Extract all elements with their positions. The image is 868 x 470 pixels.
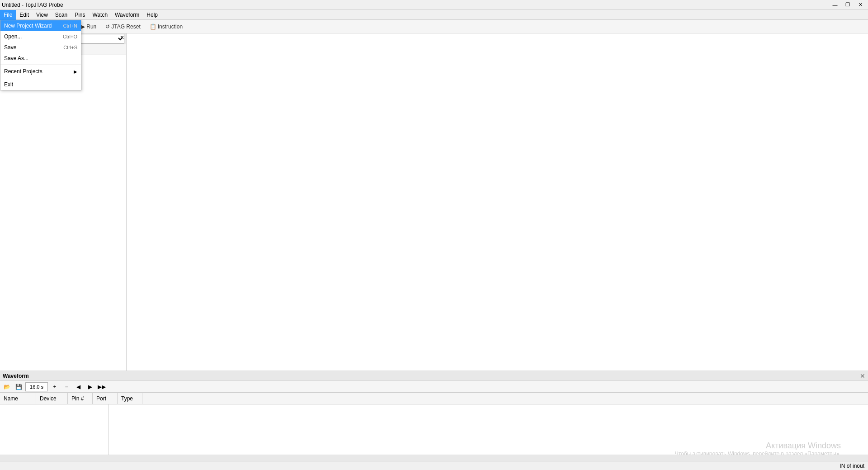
menu-separator-2 bbox=[0, 78, 81, 78]
menu-help[interactable]: Help bbox=[143, 10, 161, 20]
instruction-label: Instruction bbox=[158, 24, 183, 30]
instruction-button[interactable]: 📋 Instruction bbox=[146, 21, 186, 32]
wave-col-type: Type bbox=[118, 393, 142, 404]
title-bar: Untitled - TopJTAG Probe — ❐ ✕ bbox=[0, 0, 868, 10]
run-label: Run bbox=[86, 24, 96, 30]
title-controls: — ❐ ✕ bbox=[829, 1, 866, 9]
jtag-reset-label: JTAG Reset bbox=[111, 24, 140, 30]
waveform-scrollbar[interactable] bbox=[0, 455, 868, 461]
status-bar: IN of inout bbox=[0, 461, 868, 470]
menu-bar: File Edit View Scan Pins Watch Waveform … bbox=[0, 10, 868, 20]
main-layout: ✕ Value Type 🔍 Waveform ✕ 📂 💾 + − bbox=[0, 33, 868, 470]
menu-open-shortcut: Ctrl+O bbox=[63, 34, 77, 39]
waveform-next-btn[interactable]: ▶▶ bbox=[97, 382, 107, 391]
activation-title: Активация Windows bbox=[675, 441, 841, 451]
minimize-button[interactable]: — bbox=[829, 1, 841, 9]
left-panel-close-icon[interactable]: ✕ bbox=[120, 34, 124, 41]
wave-col-pin: Pin # bbox=[68, 393, 93, 404]
menu-new-project[interactable]: New Project Wizard Ctrl+N bbox=[0, 20, 81, 31]
menu-open[interactable]: Open... Ctrl+O bbox=[0, 31, 81, 42]
menu-save-shortcut: Ctrl+S bbox=[63, 45, 77, 50]
wave-col-name: Name bbox=[0, 393, 36, 404]
wave-col-port: Port bbox=[93, 393, 118, 404]
title-text: Untitled - TopJTAG Probe bbox=[2, 2, 63, 8]
waveform-panel: Waveform ✕ 📂 💾 + − ◀ ▶ ▶▶ Name Device Pi… bbox=[0, 371, 868, 470]
waveform-open-btn[interactable]: 📂 bbox=[2, 382, 12, 391]
menu-new-project-shortcut: Ctrl+N bbox=[63, 23, 77, 28]
maximize-button[interactable]: ❐ bbox=[842, 1, 854, 9]
menu-scan[interactable]: Scan bbox=[52, 10, 71, 20]
menu-waveform[interactable]: Waveform bbox=[111, 10, 143, 20]
menu-recent-projects[interactable]: Recent Projects ▶ bbox=[0, 66, 81, 77]
menu-open-label: Open... bbox=[4, 33, 22, 40]
jtag-reset-icon: ↺ bbox=[105, 24, 110, 30]
menu-edit[interactable]: Edit bbox=[16, 10, 33, 20]
instruction-icon: 📋 bbox=[150, 24, 156, 30]
menu-recent-projects-label: Recent Projects bbox=[4, 68, 42, 75]
run-icon: ▶ bbox=[81, 24, 85, 30]
wave-col-device: Device bbox=[36, 393, 68, 404]
waveform-columns: Name Device Pin # Port Type bbox=[0, 393, 868, 404]
menu-watch[interactable]: Watch bbox=[89, 10, 112, 20]
menu-save[interactable]: Save Ctrl+S bbox=[0, 42, 81, 53]
waveform-close-icon[interactable]: ✕ bbox=[860, 372, 865, 380]
menu-pins[interactable]: Pins bbox=[71, 10, 89, 20]
jtag-reset-button[interactable]: ↺ JTAG Reset bbox=[102, 21, 144, 32]
toolbar: Waveform ▾ 100% 75% 50% 150% ▾ ▶ Run ↺ J… bbox=[0, 20, 868, 33]
waveform-prev-btn[interactable]: ◀ bbox=[73, 382, 83, 391]
waveform-toolbar: 📂 💾 + − ◀ ▶ ▶▶ bbox=[0, 381, 868, 393]
waveform-time-input[interactable] bbox=[25, 382, 48, 391]
close-button[interactable]: ✕ bbox=[854, 1, 866, 9]
menu-separator-1 bbox=[0, 65, 81, 65]
waveform-play-btn[interactable]: ▶ bbox=[85, 382, 95, 391]
waveform-header: Waveform ✕ bbox=[0, 371, 868, 381]
menu-save-label: Save bbox=[4, 44, 16, 51]
file-menu: New Project Wizard Ctrl+N Open... Ctrl+O… bbox=[0, 20, 81, 90]
menu-save-as-label: Save As... bbox=[4, 55, 28, 61]
waveform-save-btn[interactable]: 💾 bbox=[14, 382, 24, 391]
menu-exit[interactable]: Exit bbox=[0, 79, 81, 90]
waveform-zoom-in-btn[interactable]: + bbox=[50, 382, 60, 391]
menu-view[interactable]: View bbox=[33, 10, 52, 20]
waveform-title: Waveform bbox=[3, 373, 29, 379]
status-text: IN of inout bbox=[840, 463, 864, 469]
menu-save-as[interactable]: Save As... bbox=[0, 53, 81, 64]
menu-file[interactable]: File bbox=[0, 10, 16, 20]
menu-recent-projects-arrow: ▶ bbox=[74, 69, 77, 74]
menu-new-project-label: New Project Wizard bbox=[4, 23, 52, 29]
menu-exit-label: Exit bbox=[4, 81, 13, 88]
waveform-zoom-out-btn[interactable]: − bbox=[61, 382, 71, 391]
